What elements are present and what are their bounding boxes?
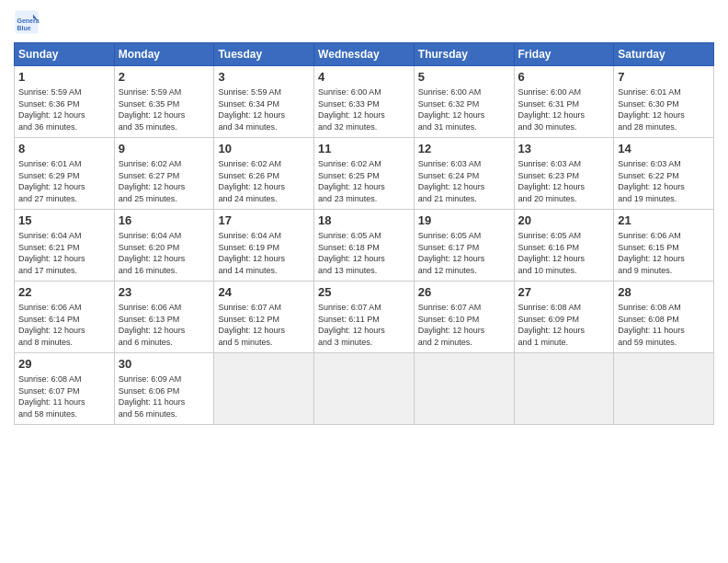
calendar-week-row: 22Sunrise: 6:06 AM Sunset: 6:14 PM Dayli… — [15, 282, 714, 353]
day-number: 18 — [318, 213, 410, 229]
calendar-day-11: 11Sunrise: 6:02 AM Sunset: 6:25 PM Dayli… — [314, 138, 415, 210]
day-info: Sunrise: 6:07 AM Sunset: 6:11 PM Dayligh… — [318, 302, 410, 348]
calendar-day-22: 22Sunrise: 6:06 AM Sunset: 6:14 PM Dayli… — [15, 282, 115, 353]
day-info: Sunrise: 6:08 AM Sunset: 6:07 PM Dayligh… — [18, 373, 110, 419]
calendar-day-7: 7Sunrise: 6:01 AM Sunset: 6:30 PM Daylig… — [614, 66, 714, 138]
day-number: 6 — [518, 69, 610, 86]
svg-text:Blue: Blue — [17, 25, 31, 31]
col-header-saturday: Saturday — [614, 43, 714, 66]
col-header-friday: Friday — [514, 43, 614, 66]
calendar-day-empty — [414, 353, 514, 425]
day-number: 3 — [218, 69, 310, 86]
day-info: Sunrise: 6:09 AM Sunset: 6:06 PM Dayligh… — [119, 373, 210, 419]
day-number: 5 — [418, 69, 510, 86]
day-number: 26 — [418, 284, 510, 301]
calendar-week-row: 8Sunrise: 6:01 AM Sunset: 6:29 PM Daylig… — [15, 138, 714, 210]
day-info: Sunrise: 6:02 AM Sunset: 6:25 PM Dayligh… — [318, 158, 410, 204]
day-number: 12 — [418, 141, 510, 157]
calendar-day-5: 5Sunrise: 6:00 AM Sunset: 6:32 PM Daylig… — [414, 66, 514, 138]
day-number: 30 — [119, 356, 210, 373]
calendar-day-2: 2Sunrise: 5:59 AM Sunset: 6:35 PM Daylig… — [114, 66, 214, 138]
day-info: Sunrise: 6:04 AM Sunset: 6:19 PM Dayligh… — [218, 230, 310, 276]
logo: General Blue — [14, 9, 43, 35]
calendar-week-row: 1Sunrise: 5:59 AM Sunset: 6:36 PM Daylig… — [15, 66, 714, 138]
calendar-day-17: 17Sunrise: 6:04 AM Sunset: 6:19 PM Dayli… — [214, 210, 314, 282]
calendar-day-24: 24Sunrise: 6:07 AM Sunset: 6:12 PM Dayli… — [214, 282, 314, 353]
day-info: Sunrise: 6:06 AM Sunset: 6:15 PM Dayligh… — [618, 230, 710, 276]
day-info: Sunrise: 6:01 AM Sunset: 6:29 PM Dayligh… — [18, 158, 110, 204]
calendar-header-row: SundayMondayTuesdayWednesdayThursdayFrid… — [15, 43, 714, 66]
day-info: Sunrise: 5:59 AM Sunset: 6:35 PM Dayligh… — [119, 86, 210, 132]
col-header-tuesday: Tuesday — [214, 43, 314, 66]
day-number: 7 — [618, 69, 710, 86]
day-info: Sunrise: 6:01 AM Sunset: 6:30 PM Dayligh… — [618, 86, 710, 132]
col-header-sunday: Sunday — [15, 43, 115, 66]
calendar-day-18: 18Sunrise: 6:05 AM Sunset: 6:18 PM Dayli… — [314, 210, 415, 282]
day-number: 9 — [119, 141, 210, 157]
day-info: Sunrise: 6:03 AM Sunset: 6:23 PM Dayligh… — [518, 158, 610, 204]
day-number: 20 — [518, 213, 610, 229]
calendar-day-empty — [614, 353, 714, 425]
day-number: 21 — [618, 213, 710, 229]
day-info: Sunrise: 6:03 AM Sunset: 6:24 PM Dayligh… — [418, 158, 510, 204]
calendar-day-12: 12Sunrise: 6:03 AM Sunset: 6:24 PM Dayli… — [414, 138, 514, 210]
calendar-day-21: 21Sunrise: 6:06 AM Sunset: 6:15 PM Dayli… — [614, 210, 714, 282]
calendar-day-3: 3Sunrise: 5:59 AM Sunset: 6:34 PM Daylig… — [214, 66, 314, 138]
calendar-day-25: 25Sunrise: 6:07 AM Sunset: 6:11 PM Dayli… — [314, 282, 415, 353]
day-number: 2 — [119, 69, 210, 86]
page-container: General Blue SundayMondayTuesdayWednesda… — [0, 0, 728, 434]
day-info: Sunrise: 6:00 AM Sunset: 6:31 PM Dayligh… — [518, 86, 610, 132]
day-number: 23 — [119, 284, 210, 301]
day-number: 22 — [18, 284, 110, 301]
day-info: Sunrise: 6:03 AM Sunset: 6:22 PM Dayligh… — [618, 158, 710, 204]
day-info: Sunrise: 6:05 AM Sunset: 6:18 PM Dayligh… — [318, 230, 410, 276]
day-number: 25 — [318, 284, 410, 301]
day-number: 10 — [218, 141, 310, 157]
day-info: Sunrise: 6:00 AM Sunset: 6:32 PM Dayligh… — [418, 86, 510, 132]
calendar-day-28: 28Sunrise: 6:08 AM Sunset: 6:08 PM Dayli… — [614, 282, 714, 353]
day-number: 1 — [18, 69, 110, 86]
calendar-day-26: 26Sunrise: 6:07 AM Sunset: 6:10 PM Dayli… — [414, 282, 514, 353]
day-info: Sunrise: 6:06 AM Sunset: 6:13 PM Dayligh… — [119, 302, 210, 348]
calendar-day-15: 15Sunrise: 6:04 AM Sunset: 6:21 PM Dayli… — [15, 210, 115, 282]
day-info: Sunrise: 5:59 AM Sunset: 6:34 PM Dayligh… — [218, 86, 310, 132]
calendar-day-29: 29Sunrise: 6:08 AM Sunset: 6:07 PM Dayli… — [15, 353, 115, 425]
day-info: Sunrise: 6:05 AM Sunset: 6:16 PM Dayligh… — [518, 230, 610, 276]
calendar-day-6: 6Sunrise: 6:00 AM Sunset: 6:31 PM Daylig… — [514, 66, 614, 138]
day-info: Sunrise: 6:06 AM Sunset: 6:14 PM Dayligh… — [18, 302, 110, 348]
day-info: Sunrise: 6:08 AM Sunset: 6:08 PM Dayligh… — [618, 302, 710, 348]
day-info: Sunrise: 6:07 AM Sunset: 6:12 PM Dayligh… — [218, 302, 310, 348]
day-number: 11 — [318, 141, 410, 157]
header: General Blue — [14, 9, 714, 35]
day-number: 14 — [618, 141, 710, 157]
calendar-day-10: 10Sunrise: 6:02 AM Sunset: 6:26 PM Dayli… — [214, 138, 314, 210]
calendar-day-empty — [314, 353, 415, 425]
day-info: Sunrise: 6:07 AM Sunset: 6:10 PM Dayligh… — [418, 302, 510, 348]
day-number: 13 — [518, 141, 610, 157]
calendar-day-19: 19Sunrise: 6:05 AM Sunset: 6:17 PM Dayli… — [414, 210, 514, 282]
calendar-day-30: 30Sunrise: 6:09 AM Sunset: 6:06 PM Dayli… — [114, 353, 214, 425]
col-header-wednesday: Wednesday — [314, 43, 415, 66]
day-info: Sunrise: 6:04 AM Sunset: 6:21 PM Dayligh… — [18, 230, 110, 276]
day-info: Sunrise: 6:05 AM Sunset: 6:17 PM Dayligh… — [418, 230, 510, 276]
day-info: Sunrise: 6:08 AM Sunset: 6:09 PM Dayligh… — [518, 302, 610, 348]
day-number: 28 — [618, 284, 710, 301]
calendar-day-4: 4Sunrise: 6:00 AM Sunset: 6:33 PM Daylig… — [314, 66, 415, 138]
day-number: 8 — [18, 141, 110, 157]
col-header-monday: Monday — [114, 43, 214, 66]
day-info: Sunrise: 6:02 AM Sunset: 6:27 PM Dayligh… — [119, 158, 210, 204]
col-header-thursday: Thursday — [414, 43, 514, 66]
day-number: 15 — [18, 213, 110, 229]
logo-icon: General Blue — [14, 9, 40, 35]
day-number: 24 — [218, 284, 310, 301]
day-info: Sunrise: 6:02 AM Sunset: 6:26 PM Dayligh… — [218, 158, 310, 204]
day-number: 19 — [418, 213, 510, 229]
day-number: 27 — [518, 284, 610, 301]
day-number: 17 — [218, 213, 310, 229]
day-number: 29 — [18, 356, 110, 373]
calendar-week-row: 15Sunrise: 6:04 AM Sunset: 6:21 PM Dayli… — [15, 210, 714, 282]
calendar-day-23: 23Sunrise: 6:06 AM Sunset: 6:13 PM Dayli… — [114, 282, 214, 353]
calendar-day-9: 9Sunrise: 6:02 AM Sunset: 6:27 PM Daylig… — [114, 138, 214, 210]
calendar-day-13: 13Sunrise: 6:03 AM Sunset: 6:23 PM Dayli… — [514, 138, 614, 210]
calendar-day-empty — [214, 353, 314, 425]
